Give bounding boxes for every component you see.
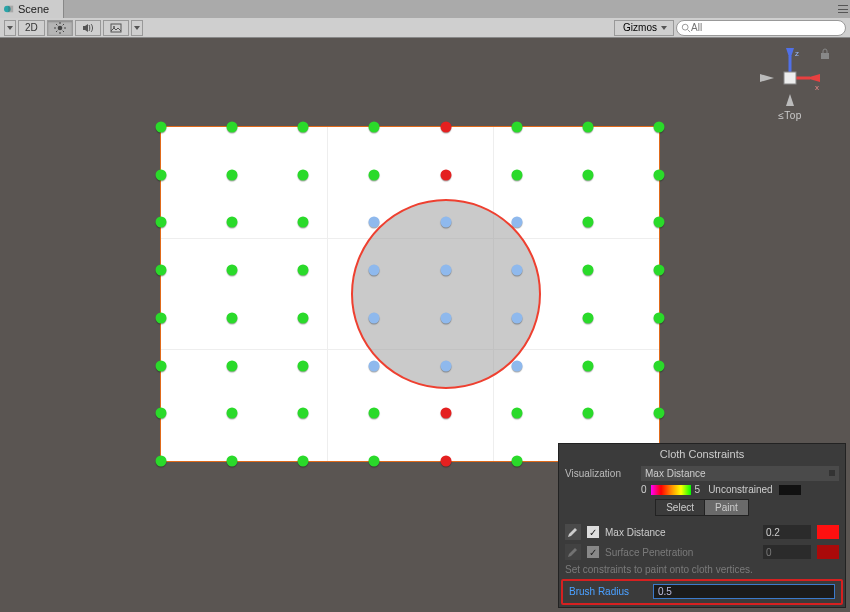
cloth-vertex[interactable] (369, 169, 380, 180)
max-distance-swatch (817, 525, 839, 539)
cloth-vertex[interactable] (227, 265, 238, 276)
orientation-gizmo[interactable]: x z ≤Top (750, 48, 830, 121)
visualization-label: Visualization (565, 468, 635, 479)
cloth-vertex[interactable] (582, 408, 593, 419)
scene-icon (4, 4, 14, 14)
surface-penetration-field[interactable]: 0 (763, 545, 811, 559)
cloth-vertex[interactable] (298, 312, 309, 323)
svg-text:z: z (795, 49, 799, 58)
svg-line-8 (62, 30, 63, 31)
cloth-vertex[interactable] (227, 312, 238, 323)
surface-penetration-checkbox[interactable]: ✓ (587, 546, 599, 558)
tab-context-menu[interactable] (836, 0, 850, 18)
paint-mode-button[interactable]: Paint (704, 499, 749, 516)
scene-viewport[interactable]: x z ≤Top Cloth Constraints Visualization… (0, 38, 850, 612)
cloth-vertex[interactable] (654, 312, 665, 323)
cloth-vertex[interactable] (511, 169, 522, 180)
cloth-vertex[interactable] (156, 360, 167, 371)
fx-dropdown[interactable] (131, 20, 143, 36)
svg-text:x: x (815, 83, 819, 92)
tab-scene[interactable]: Scene (0, 0, 64, 18)
brush-radius-field[interactable] (653, 584, 835, 599)
select-mode-button[interactable]: Select (655, 499, 704, 516)
cloth-vertex[interactable] (227, 122, 238, 133)
perspective-label[interactable]: ≤Top (750, 110, 830, 121)
cloth-vertex[interactable] (227, 217, 238, 228)
cloth-vertex[interactable] (440, 312, 451, 323)
cloth-vertex[interactable] (369, 265, 380, 276)
max-distance-field[interactable]: 0.2 (763, 525, 811, 539)
cloth-vertex[interactable] (511, 408, 522, 419)
cloth-vertex[interactable] (298, 408, 309, 419)
cloth-vertex[interactable] (582, 217, 593, 228)
surface-penetration-swatch (817, 545, 839, 559)
cloth-vertex[interactable] (156, 408, 167, 419)
cloth-vertex[interactable] (298, 122, 309, 133)
brush-icon[interactable] (565, 544, 581, 560)
cloth-vertex[interactable] (582, 312, 593, 323)
svg-marker-21 (786, 94, 794, 106)
audio-toggle-button[interactable] (75, 20, 101, 36)
cloth-vertex[interactable] (227, 169, 238, 180)
cloth-vertex[interactable] (511, 312, 522, 323)
fx-toggle-button[interactable] (103, 20, 129, 36)
search-input[interactable] (691, 22, 841, 33)
max-distance-checkbox[interactable]: ✓ (587, 526, 599, 538)
brush-icon[interactable] (565, 524, 581, 540)
cloth-vertex[interactable] (654, 265, 665, 276)
gradient-legend: 0 5 Unconstrained (559, 482, 845, 495)
cloth-vertex[interactable] (298, 169, 309, 180)
2d-toggle-button[interactable]: 2D (18, 20, 45, 36)
cloth-vertex[interactable] (440, 122, 451, 133)
cloth-quad (160, 126, 660, 462)
cloth-vertex[interactable] (369, 360, 380, 371)
cloth-vertex[interactable] (156, 312, 167, 323)
cloth-vertex[interactable] (440, 456, 451, 467)
cloth-vertex[interactable] (369, 408, 380, 419)
cloth-vertex[interactable] (156, 265, 167, 276)
svg-rect-11 (111, 24, 121, 32)
cloth-vertex[interactable] (654, 217, 665, 228)
max-distance-row: ✓ Max Distance 0.2 (559, 522, 845, 542)
tab-bar: Scene (0, 0, 850, 18)
cloth-vertex[interactable] (156, 456, 167, 467)
cloth-vertex[interactable] (511, 360, 522, 371)
cloth-vertex[interactable] (582, 122, 593, 133)
cloth-vertex[interactable] (511, 265, 522, 276)
gizmos-dropdown[interactable]: Gizmos (614, 20, 674, 36)
cloth-vertex[interactable] (227, 456, 238, 467)
cloth-vertex[interactable] (582, 265, 593, 276)
cloth-vertex[interactable] (298, 217, 309, 228)
cloth-vertex[interactable] (511, 456, 522, 467)
cloth-vertex[interactable] (156, 217, 167, 228)
cloth-vertex[interactable] (227, 360, 238, 371)
cloth-vertex[interactable] (369, 456, 380, 467)
shading-mode-dropdown[interactable] (4, 20, 16, 36)
cloth-vertex[interactable] (654, 360, 665, 371)
cloth-vertex[interactable] (582, 360, 593, 371)
lighting-toggle-button[interactable] (47, 20, 73, 36)
cloth-vertex[interactable] (227, 408, 238, 419)
cloth-vertex[interactable] (511, 217, 522, 228)
cloth-vertex[interactable] (369, 217, 380, 228)
cloth-vertex[interactable] (440, 265, 451, 276)
lock-icon (820, 48, 830, 60)
cloth-vertex[interactable] (298, 265, 309, 276)
cloth-vertex[interactable] (511, 122, 522, 133)
cloth-vertex[interactable] (156, 122, 167, 133)
cloth-vertex[interactable] (654, 408, 665, 419)
visualization-dropdown[interactable]: Max Distance (641, 466, 839, 481)
cloth-vertex[interactable] (298, 456, 309, 467)
cloth-vertex[interactable] (654, 169, 665, 180)
cloth-vertex[interactable] (298, 360, 309, 371)
cloth-vertex[interactable] (369, 312, 380, 323)
cloth-vertex[interactable] (156, 169, 167, 180)
cloth-vertex[interactable] (582, 169, 593, 180)
cloth-vertex[interactable] (440, 360, 451, 371)
cloth-vertex[interactable] (654, 122, 665, 133)
cloth-vertex[interactable] (440, 169, 451, 180)
cloth-vertex[interactable] (440, 408, 451, 419)
cloth-vertex[interactable] (440, 217, 451, 228)
cloth-vertex[interactable] (369, 122, 380, 133)
scene-search[interactable] (676, 20, 846, 36)
